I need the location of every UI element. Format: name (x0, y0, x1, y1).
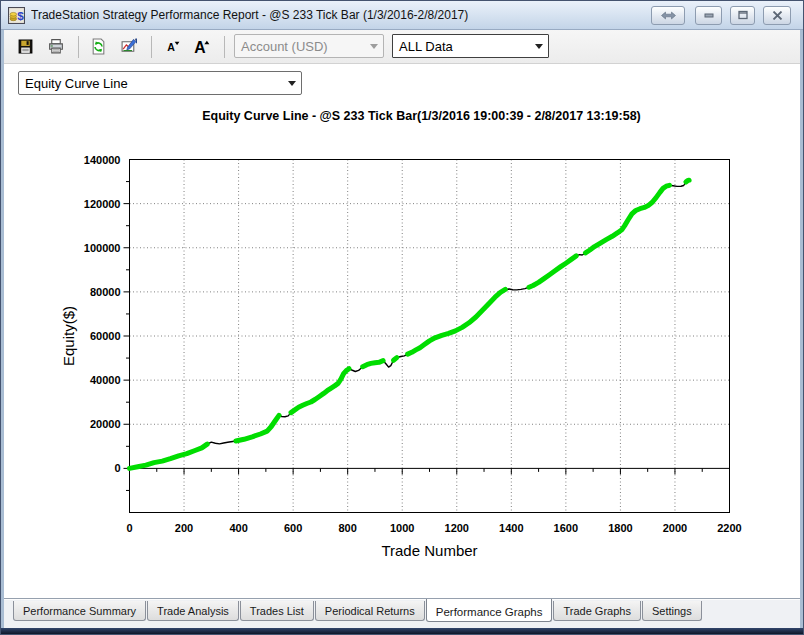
y-tick-label: 40000 (90, 374, 121, 386)
report-settings-button[interactable] (115, 34, 142, 60)
tab-trades-list[interactable]: Trades List (240, 601, 314, 621)
minimize-button[interactable] (695, 6, 722, 25)
equity-curve-line (130, 444, 208, 468)
y-tick-label: 0 (114, 462, 120, 474)
report-content: 0200400600800100012001400160018002000220… (4, 64, 800, 598)
x-tick-label: 200 (175, 522, 193, 534)
save-button[interactable] (12, 34, 39, 60)
y-tick-label: 120000 (84, 198, 121, 210)
minimize-icon (703, 10, 715, 20)
tradestation-report-window: $ TradeStation Strategy Performance Repo… (0, 0, 804, 635)
close-button[interactable] (763, 6, 791, 25)
print-icon (47, 38, 65, 55)
window-controls (651, 6, 791, 25)
x-tick-label: 1400 (499, 522, 523, 534)
equity-curve-line (130, 180, 690, 468)
tab-periodical-returns[interactable]: Periodical Returns (315, 601, 425, 621)
font-decrease-button[interactable]: A (158, 34, 185, 60)
report-tab-bar: Performance SummaryTrade AnalysisTrades … (4, 598, 800, 628)
tab-settings[interactable]: Settings (642, 601, 702, 621)
svg-text:$: $ (17, 9, 24, 22)
equity-curve-line (529, 256, 576, 287)
window-bottom-edge (1, 628, 803, 634)
chevron-down-icon (364, 44, 383, 49)
toolbar-separator (151, 36, 152, 58)
y-tick-label: 140000 (84, 154, 121, 166)
equity-curve-line (363, 361, 383, 367)
x-tick-label: 2000 (663, 522, 687, 534)
x-tick-label: 1000 (390, 522, 414, 534)
chevron-down-icon (282, 81, 301, 86)
data-range-combo-value: ALL Data (399, 39, 453, 54)
equity-curve-chart: 0200400600800100012001400160018002000220… (4, 64, 800, 598)
x-tick-label: 1600 (554, 522, 578, 534)
svg-text:A: A (167, 41, 175, 53)
toolbar: AA Account (USD) ALL Data (4, 30, 800, 64)
equity-curve-line (394, 358, 397, 361)
equity-curve-line (586, 185, 670, 253)
tab-performance-graphs[interactable]: Performance Graphs (426, 599, 553, 622)
x-axis-title: Trade Number (381, 542, 477, 559)
account-combo: Account (USD) (234, 34, 384, 58)
title-bar: $ TradeStation Strategy Performance Repo… (1, 1, 803, 30)
chart-title: Equity Curve Line - @S 233 Tick Bar(1/3/… (202, 109, 641, 123)
font-increase-icon: A (192, 38, 211, 56)
toolbar-separator (78, 36, 79, 58)
graph-type-combo-value: Equity Curve Line (25, 76, 128, 91)
tab-trade-analysis[interactable]: Trade Analysis (147, 601, 239, 621)
print-button[interactable] (42, 34, 69, 60)
font-decrease-icon: A (163, 38, 181, 55)
plot-border (130, 160, 730, 513)
x-tick-label: 400 (229, 522, 247, 534)
y-tick-label: 60000 (90, 330, 121, 342)
app-icon: $ (8, 7, 25, 24)
restore-button[interactable] (730, 6, 755, 25)
x-tick-label: 2200 (717, 522, 741, 534)
y-axis-title: Equity($) (60, 306, 77, 366)
chevron-down-icon (529, 44, 548, 49)
equity-curve-line (408, 289, 506, 354)
x-tick-label: 1800 (608, 522, 632, 534)
account-combo-value: Account (USD) (241, 39, 328, 54)
resize-horizontal-icon (661, 11, 676, 20)
x-tick-label: 600 (284, 522, 302, 534)
y-tick-label: 20000 (90, 418, 121, 430)
refresh-icon (90, 38, 107, 55)
equity-curve-line (291, 369, 349, 413)
tab-performance-summary[interactable]: Performance Summary (13, 601, 146, 621)
font-increase-button[interactable]: A (188, 34, 215, 60)
equity-curve-line (686, 180, 689, 182)
tab-trade-graphs[interactable]: Trade Graphs (553, 601, 640, 621)
save-icon (17, 38, 34, 55)
x-tick-label: 0 (126, 522, 132, 534)
restore-icon (737, 10, 749, 20)
resize-horizontal-button[interactable] (651, 6, 685, 25)
report-settings-icon (120, 38, 138, 55)
x-tick-label: 800 (339, 522, 357, 534)
svg-text:A: A (194, 39, 205, 56)
y-tick-label: 100000 (84, 242, 121, 254)
equity-curve-line (236, 415, 279, 441)
x-tick-label: 1200 (445, 522, 469, 534)
data-range-combo[interactable]: ALL Data (392, 34, 549, 58)
graph-type-combo[interactable]: Equity Curve Line (18, 71, 302, 95)
window-title: TradeStation Strategy Performance Report… (31, 8, 468, 22)
toolbar-separator (224, 36, 225, 58)
refresh-button[interactable] (85, 34, 112, 60)
y-tick-label: 80000 (90, 286, 121, 298)
close-icon (772, 11, 783, 20)
